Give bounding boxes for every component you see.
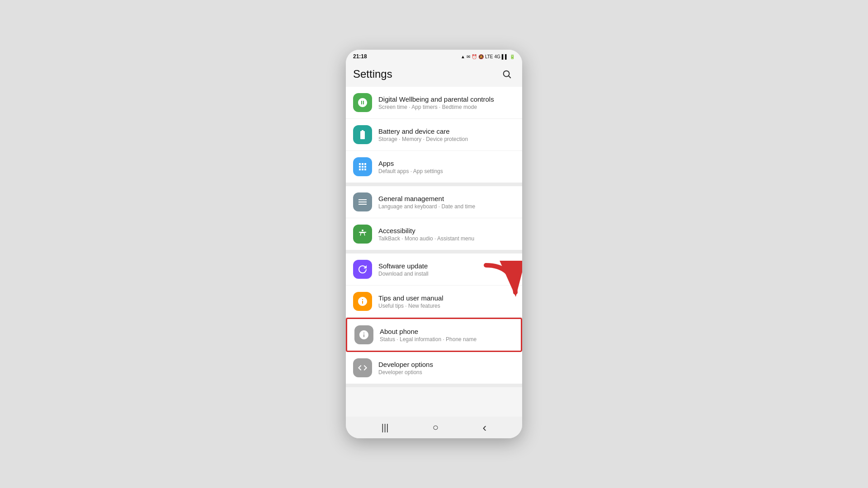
apps-icon — [353, 157, 372, 176]
developer-symbol — [357, 362, 368, 373]
digital-wellbeing-icon — [353, 93, 372, 112]
settings-list: Digital Wellbeing and parental controls … — [346, 87, 522, 417]
battery-symbol — [357, 129, 368, 140]
settings-item-software-update[interactable]: Software update Download and install N — [346, 253, 522, 286]
svg-line-1 — [509, 76, 510, 78]
status-time: 21:18 — [353, 53, 367, 60]
general-text: General management Language and keyboard… — [378, 195, 515, 210]
section-gap-2 — [346, 250, 522, 253]
software-title: Software update — [378, 262, 515, 270]
settings-group-1: Digital Wellbeing and parental controls … — [346, 87, 522, 183]
apps-title: Apps — [378, 160, 515, 167]
settings-group-2: General management Language and keyboard… — [346, 186, 522, 250]
software-update-icon — [353, 260, 372, 279]
settings-item-general[interactable]: General management Language and keyboard… — [346, 186, 522, 218]
general-subtitle: Language and keyboard · Date and time — [378, 203, 515, 210]
about-phone-symbol — [359, 329, 369, 340]
about-phone-subtitle: Status · Legal information · Phone name — [380, 336, 514, 343]
back-icon: ‹ — [483, 421, 487, 435]
alarm-icon: ⏰ — [472, 54, 477, 59]
settings-header: Settings — [346, 62, 522, 87]
digital-wellbeing-title: Digital Wellbeing and parental controls — [378, 95, 515, 103]
section-gap-3 — [346, 384, 522, 387]
settings-item-battery[interactable]: Battery and device care Storage · Memory… — [346, 119, 522, 151]
settings-item-tips[interactable]: Tips and user manual Useful tips · New f… — [346, 286, 522, 318]
software-symbol — [357, 264, 368, 275]
signal-icon: ▌▌ — [502, 54, 508, 59]
status-icons: ▲ ✉ ⏰ 🔕 LTE 4G ▌▌ 🔋 — [461, 54, 515, 59]
general-management-icon — [353, 192, 372, 211]
apps-symbol — [357, 161, 368, 172]
apps-subtitle: Default apps · App settings — [378, 168, 515, 174]
apps-text: Apps Default apps · App settings — [378, 160, 515, 174]
tips-subtitle: Useful tips · New features — [378, 303, 515, 309]
settings-item-accessibility[interactable]: Accessibility TalkBack · Mono audio · As… — [346, 218, 522, 250]
accessibility-symbol — [357, 229, 368, 239]
developer-title: Developer options — [378, 361, 515, 368]
lte-icon: LTE — [485, 54, 493, 59]
search-icon — [502, 69, 512, 79]
status-bar: 21:18 ▲ ✉ ⏰ 🔕 LTE 4G ▌▌ 🔋 — [346, 50, 522, 62]
nav-bar: ||| ○ ‹ — [346, 417, 522, 438]
developer-subtitle: Developer options — [378, 369, 515, 375]
digital-wellbeing-subtitle: Screen time · App timers · Bedtime mode — [378, 104, 515, 110]
home-icon: ○ — [433, 422, 439, 433]
developer-options-icon — [353, 358, 372, 377]
notification-badge: N — [506, 265, 515, 274]
phone-container: 21:18 ▲ ✉ ⏰ 🔕 LTE 4G ▌▌ 🔋 Settings — [346, 50, 522, 438]
battery-subtitle: Storage · Memory · Device protection — [378, 136, 515, 142]
software-subtitle: Download and install — [378, 271, 515, 277]
general-symbol — [357, 197, 368, 207]
page-title: Settings — [353, 68, 392, 80]
4g-icon: 4G — [494, 54, 500, 59]
home-button[interactable]: ○ — [433, 422, 439, 433]
settings-item-digital-wellbeing[interactable]: Digital Wellbeing and parental controls … — [346, 87, 522, 119]
battery-care-icon — [353, 125, 372, 144]
accessibility-subtitle: TalkBack · Mono audio · Assistant menu — [378, 235, 515, 242]
digital-wellbeing-symbol — [357, 97, 368, 108]
recent-apps-icon: ||| — [382, 422, 389, 433]
settings-item-apps[interactable]: Apps Default apps · App settings — [346, 151, 522, 183]
section-gap-1 — [346, 183, 522, 186]
recent-apps-button[interactable]: ||| — [382, 422, 389, 433]
accessibility-text: Accessibility TalkBack · Mono audio · As… — [378, 227, 515, 242]
silent-icon: 🔕 — [478, 54, 484, 59]
accessibility-title: Accessibility — [378, 227, 515, 235]
battery-title: Battery and device care — [378, 127, 515, 135]
about-phone-title: About phone — [380, 328, 514, 335]
tips-symbol — [357, 296, 368, 307]
battery-icon: 🔋 — [509, 54, 515, 59]
digital-wellbeing-text: Digital Wellbeing and parental controls … — [378, 95, 515, 110]
general-title: General management — [378, 195, 515, 202]
accessibility-icon — [353, 225, 372, 244]
search-button[interactable] — [499, 66, 515, 82]
tips-title: Tips and user manual — [378, 294, 515, 302]
settings-item-about-phone[interactable]: About phone Status · Legal information ·… — [346, 318, 522, 352]
tips-icon — [353, 292, 372, 311]
battery-text: Battery and device care Storage · Memory… — [378, 127, 515, 142]
software-text: Software update Download and install — [378, 262, 515, 277]
back-button[interactable]: ‹ — [483, 421, 487, 435]
settings-item-developer[interactable]: Developer options Developer options — [346, 352, 522, 384]
tips-text: Tips and user manual Useful tips · New f… — [378, 294, 515, 309]
settings-group-3: Software update Download and install N T… — [346, 253, 522, 384]
warning-icon: ▲ — [461, 54, 465, 59]
about-phone-icon — [354, 325, 373, 344]
message-icon: ✉ — [467, 54, 470, 59]
developer-text: Developer options Developer options — [378, 361, 515, 375]
about-phone-text: About phone Status · Legal information ·… — [380, 328, 514, 343]
